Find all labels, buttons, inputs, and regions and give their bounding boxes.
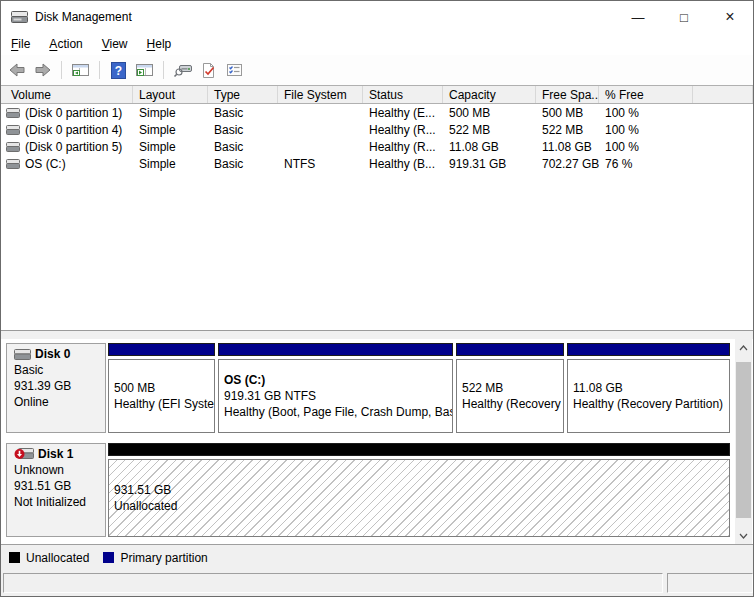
volume-name: OS (C:) <box>25 157 66 171</box>
volume-status: Healthy (E... <box>363 106 443 120</box>
volume-status: Healthy (R... <box>363 140 443 154</box>
partition-recovery-522mb[interactable]: 522 MB Healthy (Recovery <box>456 343 564 433</box>
volume-status: Healthy (R... <box>363 123 443 137</box>
volume-pct-free: 100 % <box>599 123 693 137</box>
status-panel-left <box>3 573 663 593</box>
disk-0-panel[interactable]: Disk 0 Basic 931.39 GB Online <box>6 343 106 433</box>
toolbar-separator <box>163 61 164 79</box>
title-bar: Disk Management — □ × <box>1 1 753 33</box>
menu-view[interactable]: View <box>102 37 128 51</box>
disk-0-row: Disk 0 Basic 931.39 GB Online 500 MB Hea… <box>6 343 730 433</box>
table-row[interactable]: (Disk 0 partition 5) Simple Basic Health… <box>1 138 753 155</box>
volume-capacity: 500 MB <box>443 106 536 120</box>
volume-name: (Disk 0 partition 1) <box>25 106 122 120</box>
unallocated-region[interactable]: 931.51 GB Unallocated <box>108 443 730 537</box>
window-controls: — □ × <box>615 1 753 33</box>
unallocated-swatch <box>9 552 20 563</box>
partition-os-c[interactable]: OS (C:) 919.31 GB NTFS Healthy (Boot, Pa… <box>218 343 453 433</box>
disk-name: Disk 0 <box>35 346 70 362</box>
table-row[interactable]: (Disk 0 partition 1) Simple Basic Health… <box>1 104 753 121</box>
partition-efi[interactable]: 500 MB Healthy (EFI Syste <box>108 343 215 433</box>
unallocated-color-bar <box>108 443 730 456</box>
volume-type: Basic <box>208 140 278 154</box>
volume-status: Healthy (B... <box>363 157 443 171</box>
vertical-scrollbar[interactable] <box>735 339 752 544</box>
volume-capacity: 919.31 GB <box>443 157 536 171</box>
partition-recovery-11gb[interactable]: 11.08 GB Healthy (Recovery Partition) <box>567 343 730 433</box>
volume-capacity: 522 MB <box>443 123 536 137</box>
volume-layout: Simple <box>133 106 208 120</box>
toolbar: ? <box>1 55 753 85</box>
column-header-type[interactable]: Type <box>208 86 278 103</box>
properties-checklist-icon[interactable] <box>224 60 245 81</box>
disk-size: 931.39 GB <box>14 378 105 394</box>
forward-arrow-icon[interactable] <box>32 60 53 81</box>
column-header-file-system[interactable]: File System <box>278 86 363 103</box>
partition-status: Healthy (Recovery <box>462 396 563 412</box>
legend-unallocated: Unallocated <box>9 551 89 565</box>
pane-splitter[interactable] <box>1 330 753 339</box>
column-header-volume[interactable]: Volume <box>1 86 133 103</box>
show-console-tree-icon[interactable] <box>70 60 91 81</box>
menu-bar: File Action View Help <box>1 33 753 55</box>
disk-error-icon <box>14 448 34 460</box>
table-row[interactable]: OS (C:) Simple Basic NTFS Healthy (B... … <box>1 155 753 172</box>
legend-primary-partition: Primary partition <box>103 551 207 565</box>
volume-name: (Disk 0 partition 5) <box>25 140 122 154</box>
table-row[interactable]: (Disk 0 partition 4) Simple Basic Health… <box>1 121 753 138</box>
volume-icon <box>6 142 20 152</box>
column-header-status[interactable]: Status <box>363 86 443 103</box>
partition-color-bar <box>218 343 453 356</box>
disk-drive-icon <box>14 349 31 360</box>
volume-icon <box>6 159 20 169</box>
volume-pct-free: 100 % <box>599 140 693 154</box>
disk-management-app-icon <box>11 10 28 24</box>
volume-name: (Disk 0 partition 4) <box>25 123 122 137</box>
scroll-down-icon[interactable] <box>735 527 752 544</box>
volume-capacity: 11.08 GB <box>443 140 536 154</box>
window-title: Disk Management <box>35 10 132 24</box>
scroll-up-icon[interactable] <box>735 339 752 356</box>
column-header-pct-free[interactable]: % Free <box>599 86 693 103</box>
volume-pct-free: 76 % <box>599 157 693 171</box>
column-header-capacity[interactable]: Capacity <box>443 86 536 103</box>
volume-file-system: NTFS <box>278 157 363 171</box>
primary-partition-swatch <box>103 552 114 563</box>
unallocated-label: Unallocated <box>114 498 729 514</box>
volume-type: Basic <box>208 157 278 171</box>
popup-menu-icon[interactable] <box>172 60 193 81</box>
volume-layout: Simple <box>133 123 208 137</box>
toolbar-separator <box>99 61 100 79</box>
scrollbar-thumb[interactable] <box>736 362 751 518</box>
volume-layout: Simple <box>133 157 208 171</box>
disk-1-row: Disk 1 Unknown 931.51 GB Not Initialized… <box>6 443 730 537</box>
partition-size: 500 MB <box>114 380 214 396</box>
legend-bar: Unallocated Primary partition <box>1 544 753 570</box>
show-action-pane-icon[interactable] <box>134 60 155 81</box>
back-arrow-icon[interactable] <box>6 60 27 81</box>
partition-color-bar <box>108 343 215 356</box>
disk-name: Disk 1 <box>38 446 73 462</box>
column-header-free-space[interactable]: Free Spa... <box>536 86 599 103</box>
volume-free-space: 702.27 GB <box>536 157 599 171</box>
volume-free-space: 11.08 GB <box>536 140 599 154</box>
close-button[interactable]: × <box>707 1 753 33</box>
partition-color-bar <box>456 343 564 356</box>
column-header-layout[interactable]: Layout <box>133 86 208 103</box>
menu-action[interactable]: Action <box>49 37 82 51</box>
maximize-button[interactable]: □ <box>661 1 707 33</box>
partition-color-bar <box>567 343 730 356</box>
menu-help[interactable]: Help <box>147 37 172 51</box>
volume-icon <box>6 125 20 135</box>
volume-free-space: 500 MB <box>536 106 599 120</box>
volume-table-header: Volume Layout Type File System Status Ca… <box>1 85 753 104</box>
disk-1-panel[interactable]: Disk 1 Unknown 931.51 GB Not Initialized <box>6 443 106 537</box>
graphical-disk-view: Disk 0 Basic 931.39 GB Online 500 MB Hea… <box>1 339 753 544</box>
check-document-icon[interactable] <box>198 60 219 81</box>
minimize-button[interactable]: — <box>615 1 661 33</box>
volume-icon <box>6 108 20 118</box>
disk-management-window: Disk Management — □ × File Action View H… <box>0 0 754 597</box>
menu-file[interactable]: File <box>11 37 30 51</box>
help-icon[interactable]: ? <box>108 60 129 81</box>
svg-text:?: ? <box>115 63 122 77</box>
